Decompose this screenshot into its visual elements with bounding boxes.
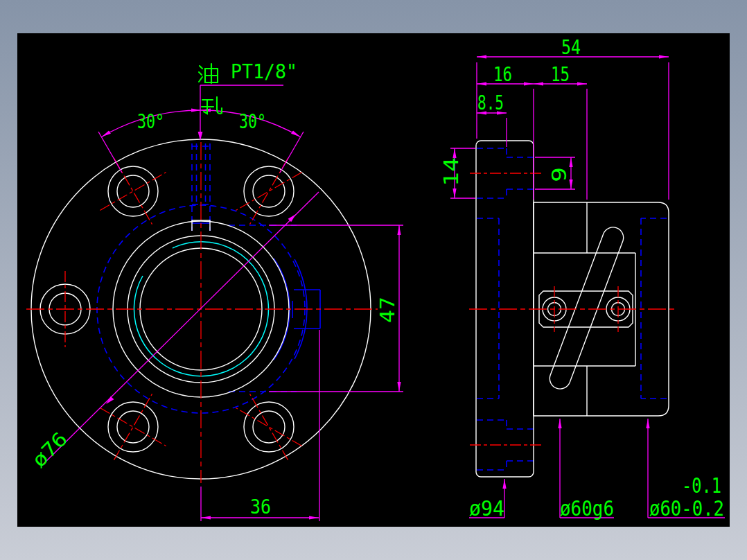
tol-upper-text: -0.1 bbox=[682, 473, 721, 498]
angle-right-text: 30° bbox=[239, 110, 266, 133]
dim-54-text: 54 bbox=[561, 36, 581, 59]
dim-36-text: 36 bbox=[250, 496, 271, 518]
dia-94-text: ø94 bbox=[469, 496, 504, 520]
angle-left-text: 30° bbox=[137, 110, 164, 133]
dia-60g6-text: ø60g6 bbox=[560, 496, 614, 520]
dim-9-text: 9 bbox=[548, 167, 571, 182]
dia-60-tol-text: ø60-0.2 bbox=[649, 496, 724, 520]
cad-viewer-frame: 30° 30° PT1/8" 36 47 ø76 bbox=[0, 0, 747, 560]
dim-16-text: 16 bbox=[493, 63, 512, 86]
dim-14-text: 14 bbox=[440, 157, 463, 186]
cad-drawing: 30° 30° PT1/8" 36 47 ø76 bbox=[0, 0, 747, 560]
dim-47-text: 47 bbox=[376, 297, 399, 323]
dim-15-text: 15 bbox=[551, 63, 570, 86]
dim-8-5-text: 8.5 bbox=[477, 91, 504, 114]
drawing-canvas[interactable] bbox=[17, 33, 730, 527]
thread-callout-text: PT1/8" bbox=[231, 60, 297, 83]
